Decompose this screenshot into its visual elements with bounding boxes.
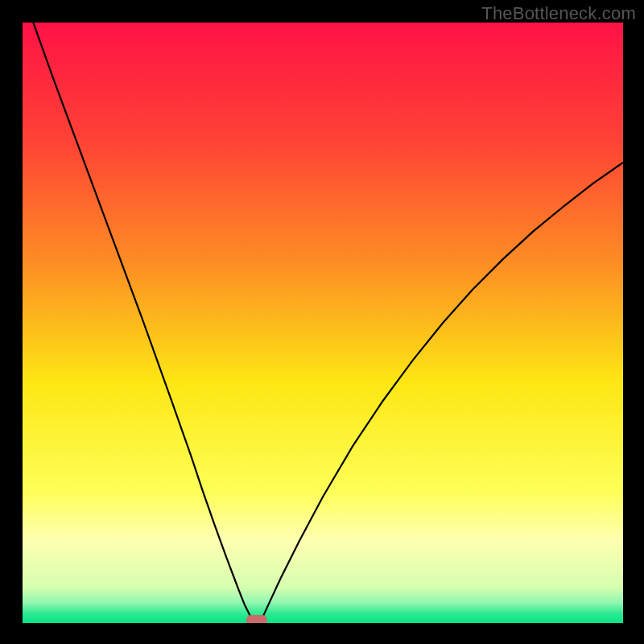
watermark: TheBottleneck.com (481, 3, 636, 24)
minimum-marker (246, 615, 267, 623)
bottleneck-chart (23, 23, 623, 623)
chart-frame (23, 23, 623, 623)
gradient-background (23, 23, 623, 623)
